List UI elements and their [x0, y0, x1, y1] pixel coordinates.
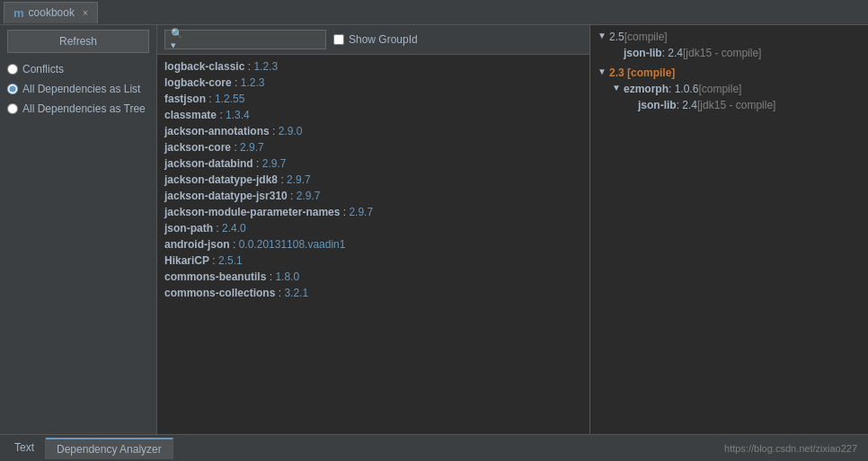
tree-node-highlight-label: 2.3 [compile]	[609, 66, 675, 79]
radio-group: Conflicts All Dependencies as List All D…	[0, 58, 156, 120]
search-input[interactable]	[187, 33, 322, 46]
show-groupid-label[interactable]: Show GroupId	[333, 33, 418, 46]
tree-node-label: 2.5	[609, 31, 624, 43]
bottom-tab-group: Text Dependency Analyzer	[4, 438, 173, 459]
left-panel: Refresh Conflicts All Dependencies as Li…	[0, 25, 157, 434]
list-item[interactable]: jackson-datatype-jsr310 : 2.9.7	[164, 188, 582, 204]
right-panel: ▼ 2.5 [compile] json-lib : 2.4 [jdk15 - …	[589, 25, 868, 434]
list-item[interactable]: json-path : 2.4.0	[164, 220, 582, 236]
conflicts-radio[interactable]	[7, 64, 18, 75]
search-icon: 🔍▾	[171, 28, 183, 51]
main-content: Refresh Conflicts All Dependencies as Li…	[0, 25, 868, 434]
m-icon: m	[13, 6, 24, 20]
list-item[interactable]: jackson-module-parameter-names : 2.9.7	[164, 204, 582, 220]
radio-all-deps-list[interactable]: All Dependencies as List	[7, 81, 149, 97]
list-item[interactable]: android-json : 0.0.20131108.vaadin1	[164, 236, 582, 253]
center-panel: 🔍▾ Show GroupId logback-classic : 1.2.3l…	[157, 25, 589, 434]
list-item[interactable]: jackson-core : 2.9.7	[164, 139, 582, 155]
search-input-wrapper[interactable]: 🔍▾	[164, 30, 326, 49]
list-item[interactable]: commons-beanutils : 1.8.0	[164, 269, 582, 285]
all-deps-list-radio[interactable]	[7, 84, 18, 94]
list-item[interactable]: jackson-datatype-jdk8 : 2.9.7	[164, 172, 582, 188]
conflicts-label: Conflicts	[22, 63, 64, 75]
list-item[interactable]: classmate : 1.3.4	[164, 107, 582, 123]
all-deps-tree-label: All Dependencies as Tree	[22, 102, 146, 115]
tab-text[interactable]: Text	[4, 438, 46, 459]
tab-bar: m cookbook ×	[0, 0, 868, 25]
show-groupid-checkbox[interactable]	[333, 34, 344, 45]
tree-item: ▼ 2.3 [compile] ▼ ezmorph : 1.0.6 [compi…	[598, 65, 861, 113]
list-item[interactable]: HikariCP : 2.5.1	[164, 253, 582, 269]
list-item[interactable]: jackson-annotations : 2.9.0	[164, 123, 582, 139]
arrow-icon: ▼	[598, 31, 607, 40]
show-groupid-text: Show GroupId	[349, 33, 418, 46]
arrow-icon: ▼	[598, 66, 607, 76]
all-deps-list-label: All Dependencies as List	[22, 83, 140, 95]
list-item[interactable]: commons-collections : 3.2.1	[164, 285, 582, 301]
close-icon[interactable]: ×	[83, 8, 88, 18]
tab-dependency-analyzer[interactable]: Dependency Analyzer	[46, 438, 173, 459]
dependency-list: logback-classic : 1.2.3logback-core : 1.…	[157, 55, 589, 434]
cookbook-tab[interactable]: m cookbook ×	[4, 2, 98, 23]
list-item[interactable]: logback-classic : 1.2.3	[164, 58, 582, 75]
list-item[interactable]: fastjson : 1.2.55	[164, 91, 582, 107]
url-text: https://blog.csdn.net/zixiao227	[724, 443, 864, 454]
search-bar: 🔍▾ Show GroupId	[157, 25, 589, 55]
tab-title: cookbook	[29, 6, 75, 19]
tree-item: ▼ 2.5 [compile] json-lib : 2.4 [jdk15 - …	[598, 29, 861, 61]
radio-conflicts[interactable]: Conflicts	[7, 61, 149, 77]
all-deps-tree-radio[interactable]	[7, 103, 18, 114]
list-item[interactable]: jackson-databind : 2.9.7	[164, 155, 582, 172]
list-item[interactable]: logback-core : 1.2.3	[164, 75, 582, 91]
bottom-tabs: Text Dependency Analyzer https://blog.cs…	[0, 434, 868, 461]
refresh-button[interactable]: Refresh	[7, 30, 149, 53]
radio-all-deps-tree[interactable]: All Dependencies as Tree	[7, 101, 149, 117]
